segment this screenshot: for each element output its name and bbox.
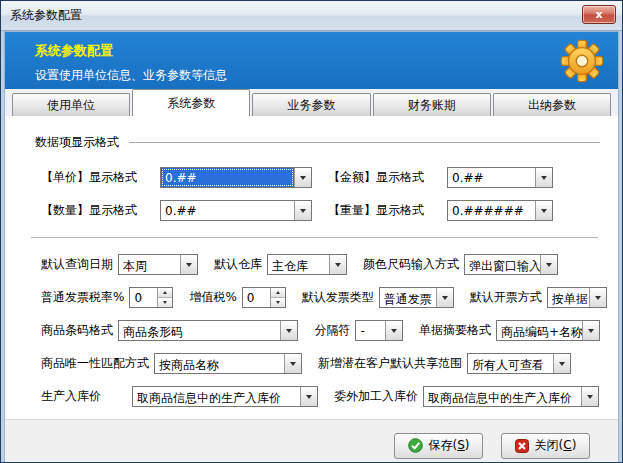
unit-price-format-label: 【单价】显示格式 xyxy=(41,169,155,186)
production-in-price-select[interactable]: 取商品信息中的生产入库价 xyxy=(132,386,318,407)
chevron-down-icon[interactable] xyxy=(535,168,552,187)
quantity-format-select[interactable]: 0.## xyxy=(160,200,312,221)
chevron-down-icon[interactable] xyxy=(280,321,297,340)
chevron-down-icon[interactable] xyxy=(300,387,317,406)
banner-subtitle: 设置使用单位信息、业务参数等信息 xyxy=(35,67,606,84)
doc-summary-format-select[interactable]: 商品编码+名称 xyxy=(496,320,600,341)
product-unique-match-select[interactable]: 按商品名称 xyxy=(154,353,302,374)
chevron-down-icon[interactable] xyxy=(329,255,346,274)
spin-down-icon[interactable] xyxy=(271,298,285,307)
check-circle-icon xyxy=(408,438,423,453)
group-display-format: 数据项显示格式 xyxy=(35,134,600,151)
color-size-input-select[interactable]: 弹出窗口输入 xyxy=(464,254,558,275)
combo-value: 0.## xyxy=(161,168,294,187)
combo-value: 0.###### xyxy=(448,201,535,220)
combo-value: 商品编码+名称 xyxy=(497,321,582,340)
barcode-format-select[interactable]: 商品条形码 xyxy=(118,320,298,341)
unit-price-format-select[interactable]: 0.## xyxy=(160,167,312,188)
default-billing-mode-select[interactable]: 按单据 xyxy=(547,287,607,308)
chevron-down-icon[interactable] xyxy=(180,255,197,274)
combo-value: 按商品名称 xyxy=(155,354,284,373)
chevron-down-icon[interactable] xyxy=(436,288,453,307)
stepper-value: 0 xyxy=(130,288,157,307)
close-window-button[interactable]: x xyxy=(582,5,616,24)
tab-finance-period[interactable]: 财务账期 xyxy=(373,93,491,116)
doc-summary-format-label: 单据摘要格式 xyxy=(419,322,491,339)
group-divider xyxy=(129,142,600,143)
spin-up-icon[interactable] xyxy=(158,288,172,298)
color-size-input-label: 颜色尺码输入方式 xyxy=(363,256,459,273)
weight-format-label: 【重量】显示格式 xyxy=(328,202,442,219)
invoice-row: 普通发票税率% 0 增值税% 0 默认发票类型 普通发票 默认开票方式 按单据 xyxy=(41,287,600,308)
chevron-down-icon[interactable] xyxy=(540,255,557,274)
chevron-down-icon[interactable] xyxy=(294,168,311,187)
separator-char-label: 分隔符 xyxy=(314,322,350,339)
combo-value: 主仓库 xyxy=(268,255,329,274)
chevron-down-icon[interactable] xyxy=(385,321,402,340)
barcode-row: 商品条码格式 商品条形码 分隔符 - 单据摘要格式 商品编码+名称 xyxy=(41,320,600,341)
amount-format-label: 【金额】显示格式 xyxy=(328,169,442,186)
close-icon: x xyxy=(595,9,602,20)
tab-usage-unit[interactable]: 使用单位 xyxy=(12,93,130,116)
unique-match-row: 商品唯一性匹配方式 按商品名称 新增潜在客户默认共享范围 所有人可查看 xyxy=(41,353,600,374)
group-title: 数据项显示格式 xyxy=(35,134,119,151)
normal-invoice-tax-stepper[interactable]: 0 xyxy=(129,287,173,308)
new-customer-share-select[interactable]: 所有人可查看 xyxy=(467,353,571,374)
chevron-down-icon[interactable] xyxy=(294,201,311,220)
combo-value: 0.## xyxy=(161,201,294,220)
chevron-down-icon[interactable] xyxy=(581,387,598,406)
chevron-down-icon[interactable] xyxy=(284,354,301,373)
system-parameter-dialog: 系统参数配置 x 系统参数配置 设置使用单位信息、业务参数等信息 xyxy=(0,0,623,463)
combo-value: - xyxy=(356,321,385,340)
gear-icon xyxy=(559,38,605,84)
stepper-value: 0 xyxy=(243,288,270,307)
save-button[interactable]: 保存(S) xyxy=(394,433,483,459)
tab-cashier-params[interactable]: 出纳参数 xyxy=(493,93,611,116)
normal-invoice-tax-label: 普通发票税率% xyxy=(41,289,124,306)
close-button-label: 关闭(C) xyxy=(535,437,577,454)
combo-value: 商品条形码 xyxy=(119,321,280,340)
combo-value: 按单据 xyxy=(548,288,589,307)
in-price-row: 生产入库价 取商品信息中的生产入库价 委外加工入库价 取商品信息中的生产入库价 xyxy=(41,386,600,407)
combo-value: 普通发票 xyxy=(380,288,436,307)
format-row-1: 【单价】显示格式 0.## 【金额】显示格式 0.## xyxy=(41,167,600,188)
combo-value: 取商品信息中的生产入库价 xyxy=(424,387,581,406)
spin-down-icon[interactable] xyxy=(158,298,172,307)
amount-format-select[interactable]: 0.## xyxy=(447,167,553,188)
default-warehouse-select[interactable]: 主仓库 xyxy=(267,254,347,275)
weight-format-select[interactable]: 0.###### xyxy=(447,200,553,221)
combo-value: 0.## xyxy=(448,168,535,187)
chevron-down-icon[interactable] xyxy=(589,288,606,307)
combo-value: 弹出窗口输入 xyxy=(465,255,540,274)
titlebar: 系统参数配置 x xyxy=(1,1,622,31)
default-invoice-type-select[interactable]: 普通发票 xyxy=(379,287,454,308)
tab-system-params[interactable]: 系统参数 xyxy=(132,89,250,116)
chevron-down-icon[interactable] xyxy=(535,201,552,220)
tab-strip: 使用单位 系统参数 业务参数 财务账期 出纳参数 xyxy=(5,89,618,116)
stepper-buttons xyxy=(157,288,172,307)
barcode-format-label: 商品条码格式 xyxy=(41,322,113,339)
tab-label: 使用单位 xyxy=(47,97,95,114)
combo-value: 本周 xyxy=(119,255,180,274)
outsource-in-price-select[interactable]: 取商品信息中的生产入库价 xyxy=(423,386,599,407)
chevron-down-icon[interactable] xyxy=(553,354,570,373)
close-button[interactable]: 关闭(C) xyxy=(501,433,590,459)
separator-char-select[interactable]: - xyxy=(355,320,403,341)
production-in-price-label: 生产入库价 xyxy=(41,388,127,405)
format-row-2: 【数量】显示格式 0.## 【重量】显示格式 0.###### xyxy=(41,200,600,221)
chevron-down-icon[interactable] xyxy=(582,321,599,340)
banner-title: 系统参数配置 xyxy=(35,42,606,60)
save-button-label: 保存(S) xyxy=(429,437,470,454)
button-bar: 保存(S) 关闭(C) xyxy=(5,419,618,463)
tab-business-params[interactable]: 业务参数 xyxy=(252,93,370,116)
tab-label: 财务账期 xyxy=(408,97,456,114)
new-customer-share-label: 新增潜在客户默认共享范围 xyxy=(318,355,462,372)
combo-value: 取商品信息中的生产入库价 xyxy=(133,387,300,406)
spin-up-icon[interactable] xyxy=(271,288,285,298)
product-unique-match-label: 商品唯一性匹配方式 xyxy=(41,355,149,372)
vat-rate-label: 增值税% xyxy=(189,289,236,306)
defaults-row: 默认查询日期 本周 默认仓库 主仓库 颜色尺码输入方式 弹出窗口输入 xyxy=(41,254,600,275)
vat-rate-stepper[interactable]: 0 xyxy=(242,287,286,308)
banner-header: 系统参数配置 设置使用单位信息、业务参数等信息 xyxy=(5,32,618,89)
default-query-date-select[interactable]: 本周 xyxy=(118,254,198,275)
